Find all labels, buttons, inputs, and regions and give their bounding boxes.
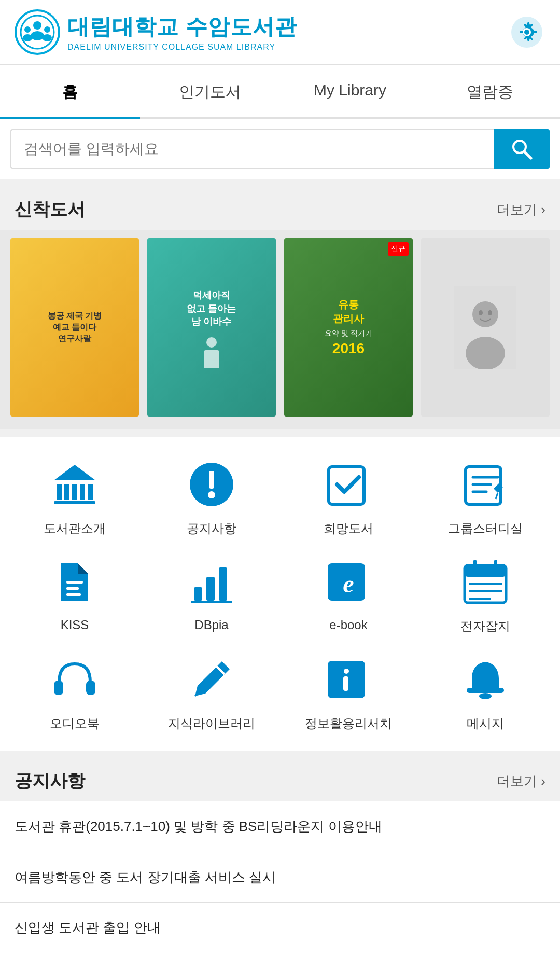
icon-ebook-label: e-book xyxy=(329,618,367,632)
book-1[interactable]: 봉공 제국 기병예교 들이다연구사랄 xyxy=(10,238,139,417)
svg-point-4 xyxy=(23,34,32,41)
svg-point-16 xyxy=(466,337,505,369)
svg-point-6 xyxy=(43,34,52,41)
svg-rect-39 xyxy=(194,587,202,601)
header: 대림대학교 수암도서관 DAELIM UNIVERSITY COLLAGE SU… xyxy=(0,0,560,65)
icon-notice-label: 공지사항 xyxy=(187,520,236,537)
gear-button[interactable] xyxy=(508,13,545,51)
svg-rect-46 xyxy=(465,565,506,577)
icon-dbpia-label: DBpia xyxy=(194,618,228,632)
checkbox-icon xyxy=(320,456,377,513)
svg-point-57 xyxy=(344,669,349,674)
icon-library-intro[interactable]: 도서관소개 xyxy=(10,456,139,537)
icon-audiobook-label: 오디오북 xyxy=(50,715,100,732)
svg-text:e: e xyxy=(343,570,354,598)
svg-rect-24 xyxy=(54,501,95,504)
icon-ebook[interactable]: e e-book xyxy=(284,553,413,634)
svg-point-18 xyxy=(488,310,492,315)
icon-kiss[interactable]: KISS xyxy=(10,553,139,634)
svg-rect-37 xyxy=(66,587,79,590)
search-icon xyxy=(509,136,534,161)
nav-item-popular[interactable]: 인기도서 xyxy=(140,65,280,117)
books-row: 봉공 제국 기병예교 들이다연구사랄 먹세아직없고 들아는남 이바수 유통관리사… xyxy=(0,230,560,429)
icon-wish-book[interactable]: 희망도서 xyxy=(284,456,413,537)
svg-rect-52 xyxy=(54,681,63,695)
headphone-icon xyxy=(46,651,103,708)
document-icon xyxy=(46,553,103,611)
icon-audiobook[interactable]: 오디오북 xyxy=(10,651,139,732)
icon-message[interactable]: 메시지 xyxy=(421,651,550,732)
announcements-header: 공지사항 더보기 › xyxy=(0,759,560,801)
svg-point-17 xyxy=(479,310,483,315)
svg-rect-26 xyxy=(69,468,80,471)
svg-rect-13 xyxy=(204,350,219,368)
book-1-cover: 봉공 제국 기병예교 들이다연구사랄 xyxy=(44,306,106,349)
emblem-svg xyxy=(19,14,55,50)
icon-message-label: 메시지 xyxy=(467,715,504,732)
nav-item-checkout[interactable]: 열람증 xyxy=(420,65,560,117)
svg-rect-28 xyxy=(209,471,214,489)
icon-info[interactable]: 정보활용리서치 xyxy=(284,651,413,732)
announcements-more[interactable]: 더보기 › xyxy=(497,772,545,790)
search-bar xyxy=(0,119,560,179)
nav-item-home[interactable]: 홈 xyxy=(0,65,140,117)
svg-rect-22 xyxy=(80,484,85,500)
book-4-cover xyxy=(454,286,516,369)
book-2[interactable]: 먹세아직없고 들아는남 이바수 xyxy=(147,238,276,417)
svg-rect-40 xyxy=(206,577,215,601)
svg-rect-58 xyxy=(343,676,348,691)
icon-knowledge-label: 지식라이브러리 xyxy=(168,715,255,732)
svg-point-15 xyxy=(472,301,498,327)
new-books-header: 신착도서 더보기 › xyxy=(0,187,560,230)
svg-point-5 xyxy=(44,26,50,33)
new-books-more[interactable]: 더보기 › xyxy=(497,201,545,219)
announcements-section: 공지사항 더보기 › 도서관 휴관(2015.7.1~10) 및 방학 중 BS… xyxy=(0,759,560,957)
navigation: 홈 인기도서 My Library 열람증 xyxy=(0,65,560,119)
svg-line-11 xyxy=(524,151,531,158)
info-icon xyxy=(320,651,377,708)
pen-icon xyxy=(183,651,240,708)
search-button[interactable] xyxy=(494,129,550,169)
svg-rect-59 xyxy=(467,688,504,693)
logo-korean: 대림대학교 수암도서관 xyxy=(67,12,297,41)
nav-item-mylibrary[interactable]: My Library xyxy=(280,65,420,117)
search-input[interactable] xyxy=(10,129,494,169)
svg-line-35 xyxy=(496,493,498,499)
icon-dbpia[interactable]: DBpia xyxy=(147,553,276,634)
svg-rect-21 xyxy=(72,484,77,500)
svg-rect-23 xyxy=(88,484,93,500)
icon-journal-label: 전자잡지 xyxy=(460,618,510,634)
icon-kiss-label: KISS xyxy=(61,618,89,632)
svg-point-1 xyxy=(33,21,41,30)
icon-knowledge[interactable]: 지식라이브러리 xyxy=(147,651,276,732)
exclaim-icon xyxy=(183,456,240,513)
icon-group-study[interactable]: 그룹스터디실 xyxy=(421,456,550,537)
book-4[interactable] xyxy=(421,238,550,417)
icon-journal[interactable]: 전자잡지 xyxy=(421,553,550,634)
announcement-3[interactable]: 신입생 도서관 출입 안내 xyxy=(0,903,560,953)
svg-rect-53 xyxy=(86,681,95,695)
svg-rect-20 xyxy=(64,484,69,500)
announcement-2[interactable]: 여름방학동안 중 도서 장기대출 서비스 실시 xyxy=(0,852,560,903)
svg-point-29 xyxy=(208,491,215,498)
chart-icon xyxy=(183,553,240,611)
bell-icon xyxy=(457,651,514,708)
svg-rect-19 xyxy=(57,484,62,500)
logo-emblem xyxy=(15,9,60,55)
logo-text: 대림대학교 수암도서관 DAELIM UNIVERSITY COLLAGE SU… xyxy=(67,12,297,52)
book-3[interactable]: 유통관리사 요약 및 적기기 2016 신규 xyxy=(284,238,413,417)
svg-point-9 xyxy=(524,30,529,35)
svg-rect-30 xyxy=(329,467,364,504)
announcement-1[interactable]: 도서관 휴관(2015.7.1~10) 및 방학 중 BS리딩라운지 이용안내 xyxy=(0,801,560,852)
book-3-cover: 유통관리사 xyxy=(333,298,364,326)
book-2-cover: 먹세아직없고 들아는남 이바수 xyxy=(187,289,236,328)
gear-icon xyxy=(509,15,544,50)
calendar-icon xyxy=(457,553,514,611)
svg-rect-36 xyxy=(66,581,83,584)
book-2-figure xyxy=(199,335,225,366)
icon-notice[interactable]: 공지사항 xyxy=(147,456,276,537)
new-books-title: 신착도서 xyxy=(15,198,85,221)
announcement-4[interactable]: 도서관 휴무안내 (2015.08.14) xyxy=(0,953,560,957)
icons-grid: 도서관소개 공지사항 희망도서 xyxy=(0,437,560,751)
svg-point-2 xyxy=(31,31,44,40)
